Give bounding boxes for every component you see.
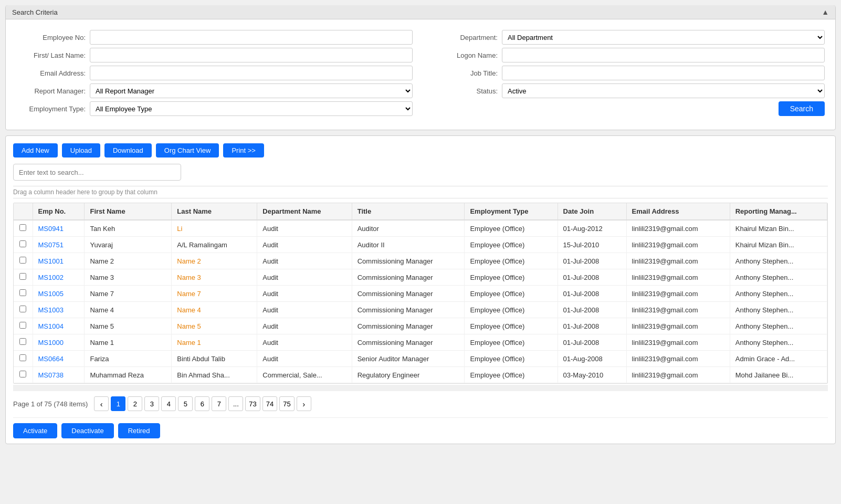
prev-page-button[interactable]: ‹ [94, 396, 109, 411]
department-label: Department: [428, 34, 502, 41]
date-join-cell: 01-Jul-2008 [558, 334, 626, 351]
date-join-cell: 01-Jul-2008 [558, 269, 626, 286]
manager-cell: Anthony Stephen... [730, 334, 827, 351]
date-join-cell: 01-Aug-2008 [558, 351, 626, 367]
emp-no-cell: MS0751 [33, 237, 85, 253]
emp-no-link[interactable]: MS1000 [38, 339, 64, 346]
download-button[interactable]: Download [104, 143, 152, 158]
bottom-action-bar: Activate Deactivate Retired [13, 417, 828, 438]
text-search-input[interactable] [13, 164, 181, 181]
table-row: MS1000 Name 1 Name 1 Audit Commissioning… [14, 334, 827, 351]
emp-no-link[interactable]: MS0738 [38, 371, 64, 379]
activate-button[interactable]: Activate [13, 423, 57, 438]
first-last-name-label: First/ Last Name: [16, 51, 90, 59]
search-button[interactable]: Search [779, 101, 825, 116]
row-checkbox[interactable] [19, 322, 26, 329]
row-checkbox[interactable] [19, 257, 26, 264]
row-checkbox[interactable] [19, 354, 26, 361]
page-btn-2[interactable]: 2 [128, 396, 142, 411]
dept-name-cell: Audit [257, 334, 352, 351]
emp-no-link[interactable]: MS0941 [38, 225, 64, 233]
print-button[interactable]: Print >> [223, 143, 264, 158]
table-row: MS0941 Tan Keh Li Audit Auditor Employee… [14, 220, 827, 237]
col-emp-no[interactable]: Emp No. [33, 203, 85, 220]
col-reporting-manager[interactable]: Reporting Manag... [730, 203, 827, 220]
first-last-name-input[interactable] [90, 48, 413, 62]
col-date-join[interactable]: Date Join [558, 203, 626, 220]
last-name-cell: Name 2 [172, 253, 257, 269]
first-name-cell: Name 4 [85, 302, 172, 318]
page-btn-6[interactable]: 6 [195, 396, 209, 411]
next-page-button[interactable]: › [297, 396, 311, 411]
date-join-cell: 01-Jul-2008 [558, 253, 626, 269]
col-dept-name[interactable]: Department Name [257, 203, 352, 220]
emp-no-cell: MS1002 [33, 269, 85, 286]
first-last-name-row: First/ Last Name: [16, 48, 413, 62]
row-checkbox[interactable] [19, 224, 26, 231]
last-name-cell: Name 1 [172, 334, 257, 351]
email-cell: linlili2319@gmail.com [626, 220, 730, 237]
col-employment-type[interactable]: Employment Type [465, 203, 558, 220]
collapse-icon[interactable]: ▲ [822, 8, 829, 16]
emp-no-link[interactable]: MS0664 [38, 355, 64, 363]
col-email[interactable]: Email Address [626, 203, 730, 220]
employment-type-select[interactable]: All Employee Type [90, 101, 413, 116]
first-name-cell: Tan Keh [85, 220, 172, 237]
status-select[interactable]: Active Inactive All [502, 83, 825, 98]
row-checkbox[interactable] [19, 338, 26, 345]
col-first-name[interactable]: First Name [85, 203, 172, 220]
page-btn-7[interactable]: 7 [212, 396, 226, 411]
employee-no-input[interactable] [90, 30, 413, 45]
org-chart-view-button[interactable]: Org Chart View [156, 143, 219, 158]
emp-no-link[interactable]: MS1002 [38, 274, 64, 281]
horizontal-scrollbar[interactable] [13, 385, 828, 391]
employment-type-cell: Employee (Office) [465, 351, 558, 367]
last-name-cell: Name 4 [172, 302, 257, 318]
emp-no-link[interactable]: MS1005 [38, 290, 64, 298]
employee-no-row: Employee No: [16, 30, 413, 45]
page-btn-73[interactable]: 73 [245, 396, 260, 411]
page-btn-3[interactable]: 3 [144, 396, 159, 411]
dept-name-cell: Audit [257, 253, 352, 269]
row-checkbox[interactable] [19, 289, 26, 296]
page-btn-75[interactable]: 75 [279, 396, 294, 411]
col-checkbox [14, 203, 33, 220]
emp-no-link[interactable]: MS1001 [38, 257, 64, 265]
upload-button[interactable]: Upload [62, 143, 100, 158]
deactivate-button[interactable]: Deactivate [61, 423, 113, 438]
page-btn-4[interactable]: 4 [161, 396, 176, 411]
page-btn-1[interactable]: 1 [111, 396, 125, 411]
retired-button[interactable]: Retired [118, 423, 160, 438]
table-header: Emp No. First Name Last Name Department … [14, 203, 827, 220]
manager-cell: Admin Grace - Ad... [730, 351, 827, 367]
row-checkbox[interactable] [19, 273, 26, 280]
page-btn-5[interactable]: 5 [178, 396, 193, 411]
emp-no-link[interactable]: MS0751 [38, 241, 64, 249]
main-panel: Add New Upload Download Org Chart View P… [5, 135, 836, 444]
add-new-button[interactable]: Add New [13, 143, 58, 158]
email-address-input[interactable] [90, 66, 413, 80]
emp-no-link[interactable]: MS1003 [38, 306, 64, 314]
department-select[interactable]: All Department [502, 30, 825, 45]
first-name-cell: Name 3 [85, 269, 172, 286]
date-join-cell: 03-May-2010 [558, 367, 626, 383]
row-checkbox[interactable] [19, 240, 26, 247]
email-cell: linlili2319@gmail.com [626, 334, 730, 351]
col-title[interactable]: Title [352, 203, 465, 220]
page-btn-74[interactable]: 74 [262, 396, 277, 411]
job-title-input[interactable] [502, 66, 825, 80]
logon-name-input[interactable] [502, 48, 825, 62]
last-name-cell: Name 3 [172, 269, 257, 286]
row-checkbox-cell [14, 351, 33, 367]
row-checkbox-cell [14, 220, 33, 237]
row-checkbox[interactable] [19, 306, 26, 312]
status-row: Status: Active Inactive All [428, 83, 825, 98]
last-name-cell: Name 7 [172, 286, 257, 302]
emp-no-link[interactable]: MS1004 [38, 322, 64, 330]
col-last-name[interactable]: Last Name [172, 203, 257, 220]
report-manager-select[interactable]: All Report Manager [90, 83, 413, 98]
title-cell: Commissioning Manager [352, 302, 465, 318]
row-checkbox[interactable] [19, 371, 26, 377]
title-cell: Commissioning Manager [352, 334, 465, 351]
manager-cell: Anthony Stephen... [730, 253, 827, 269]
